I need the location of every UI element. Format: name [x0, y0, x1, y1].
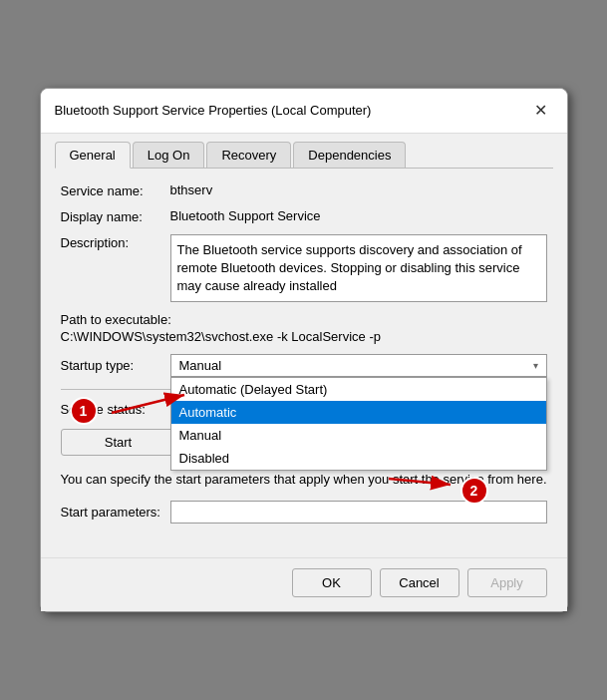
start-params-input[interactable] [170, 501, 547, 524]
dropdown-option-manual[interactable]: Manual [171, 424, 546, 447]
dropdown-option-automatic[interactable]: Automatic [171, 401, 546, 424]
dropdown-option-disabled[interactable]: Disabled [171, 447, 546, 470]
close-button[interactable]: ✕ [529, 99, 553, 123]
ok-button[interactable]: OK [292, 568, 372, 597]
tab-dependencies[interactable]: Dependencies [293, 142, 406, 168]
description-value: The Bluetooth service supports discovery… [170, 234, 547, 302]
dialog-title: Bluetooth Support Service Properties (Lo… [55, 103, 372, 118]
path-value: C:\WINDOWS\system32\svchost.exe -k Local… [61, 329, 547, 344]
service-name-value: bthserv [170, 182, 547, 197]
start-params-label: Start parameters: [61, 505, 170, 520]
startup-type-selected: Manual [179, 358, 533, 373]
startup-type-row: Startup type: Manual ▾ Automatic (Delaye… [61, 354, 547, 377]
startup-dropdown-list: Automatic (Delayed Start) Automatic Manu… [170, 377, 547, 471]
dialog-footer: OK Cancel Apply [41, 557, 567, 611]
tab-content: Service name: bthserv Display name: Blue… [41, 169, 567, 558]
dropdown-option-auto-delayed[interactable]: Automatic (Delayed Start) [171, 378, 546, 401]
tab-bar: General Log On Recovery Dependencies [41, 134, 567, 168]
description-row: Description: The Bluetooth service suppo… [61, 234, 547, 302]
display-name-label: Display name: [61, 208, 170, 224]
start-button[interactable]: Start [61, 429, 176, 456]
cancel-button[interactable]: Cancel [380, 568, 459, 597]
tab-recovery[interactable]: Recovery [206, 142, 291, 168]
tab-general[interactable]: General [55, 142, 131, 169]
path-label: Path to executable: [61, 312, 547, 327]
startup-type-label: Startup type: [61, 354, 170, 373]
title-bar: Bluetooth Support Service Properties (Lo… [41, 89, 567, 134]
startup-type-container: Manual ▾ Automatic (Delayed Start) Autom… [170, 354, 547, 377]
dialog-window: Bluetooth Support Service Properties (Lo… [40, 88, 568, 613]
display-name-value: Bluetooth Support Service [170, 208, 547, 223]
startup-type-display[interactable]: Manual ▾ [170, 354, 547, 377]
apply-button[interactable]: Apply [467, 568, 547, 597]
service-name-row: Service name: bthserv [61, 182, 547, 198]
description-label: Description: [61, 234, 170, 250]
tab-logon[interactable]: Log On [133, 142, 205, 168]
annotation-1: 1 [70, 397, 98, 425]
display-name-row: Display name: Bluetooth Support Service [61, 208, 547, 224]
path-section: Path to executable: C:\WINDOWS\system32\… [61, 312, 547, 344]
dropdown-arrow-icon: ▾ [533, 360, 538, 371]
service-name-label: Service name: [61, 182, 170, 198]
annotation-2: 2 [460, 477, 488, 505]
